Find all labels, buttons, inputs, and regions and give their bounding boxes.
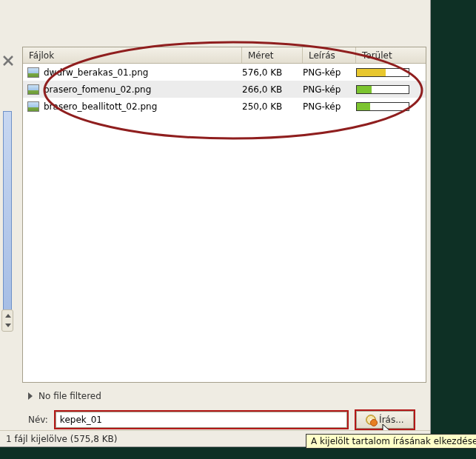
col-size[interactable]: Méret [242,47,303,63]
table-row[interactable]: brasero_beallitott_02.png250,0 KBPNG-kép [23,98,426,115]
write-button-label: Írás... [379,415,404,425]
file-desc: PNG-kép [303,84,356,95]
col-area[interactable]: Terület [356,47,426,63]
file-size: 576,0 KB [242,67,303,78]
name-input[interactable] [56,412,347,428]
status-text: 1 fájl kijelölve (575,8 KB) [6,434,117,444]
file-name: brasero_beallitott_02.png [44,101,157,112]
image-file-icon [27,84,39,95]
expand-triangle-icon [28,392,33,400]
name-label: Név: [28,415,48,425]
image-file-icon [27,101,39,112]
disc-icon [366,415,376,425]
side-scrollbar[interactable] [3,111,12,326]
image-file-icon [27,67,39,78]
file-list-panel: Fájlok Méret Leírás Terület dwdrw_beraka… [22,47,426,383]
table-row[interactable]: dwdrw_berakas_01.png576,0 KBPNG-kép [23,64,426,81]
filter-label: No file filtered [38,391,101,401]
area-bar [356,102,409,111]
side-scroll-area [0,37,16,407]
file-size: 266,0 KB [242,84,303,95]
table-row[interactable]: brasero_fomenu_02.png266,0 KBPNG-kép [23,81,426,98]
write-button[interactable]: Írás... [356,411,414,429]
file-desc: PNG-kép [303,101,356,112]
annotation-box-name [54,410,349,429]
file-size: 250,0 KB [242,101,303,112]
file-name: brasero_fomenu_02.png [44,84,151,95]
col-files[interactable]: Fájlok [23,47,242,63]
file-name: dwdrw_berakas_01.png [44,67,148,78]
file-desc: PNG-kép [303,67,356,78]
filter-row[interactable]: No file filtered [28,391,101,401]
area-bar [356,85,409,94]
area-bar [356,68,409,77]
col-desc[interactable]: Leírás [303,47,356,63]
tooltip: A kijelölt tartalom írásának elkezdése [306,434,476,449]
side-stepper[interactable] [1,309,13,332]
annotation-box-write: Írás... [355,409,415,430]
table-header: Fájlok Méret Leírás Terület [23,47,426,64]
